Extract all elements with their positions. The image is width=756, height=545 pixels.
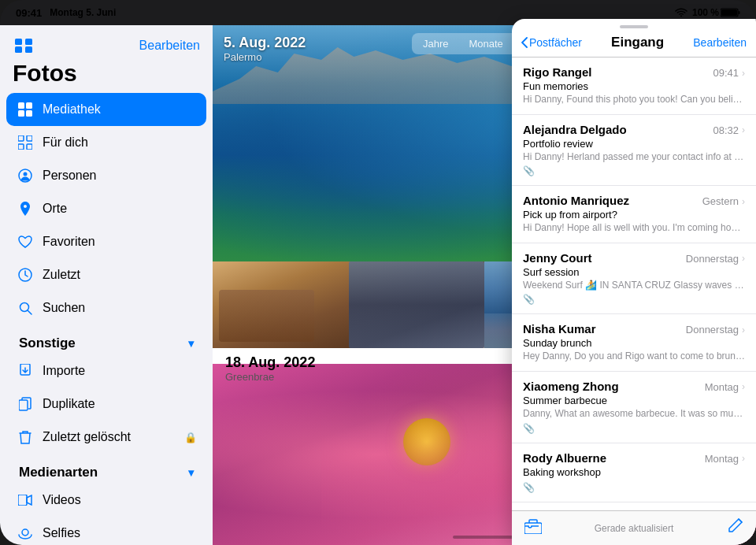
status-time: 09:41 (16, 7, 42, 19)
sidebar-header: Bearbeiten (0, 25, 213, 60)
sidebar-item-zuletzt-geloescht[interactable]: Zuletzt gelöscht 🔒 (6, 421, 206, 454)
mail-chevron-0: › (742, 68, 745, 79)
photo-rock-left[interactable] (213, 261, 484, 348)
mail-preview-2: Hi Danny! Hope all is well with you. I'm… (523, 222, 745, 235)
sonstige-title: Sonstige (19, 336, 76, 351)
sidebar-item-fuer-dich[interactable]: Für dich (6, 126, 206, 159)
mail-item-0[interactable]: Rigo Rangel 09:41 › Fun memories Hi Dann… (512, 57, 756, 115)
sidebar-item-duplikate[interactable]: Duplikate (6, 387, 206, 421)
mail-chevron-5: › (742, 381, 745, 392)
sidebar-item-orte[interactable]: Orte (6, 192, 206, 225)
search-icon (16, 298, 35, 317)
svg-rect-2 (721, 9, 737, 16)
mail-item-6[interactable]: Rody Albuerne Montag › Baking workshop 📎 (512, 443, 756, 502)
mail-subject-4: Sunday brunch (523, 337, 745, 349)
mail-subject-2: Pick up from airport? (523, 209, 745, 221)
mail-sender-1: Alejandra Delgado (523, 123, 627, 136)
copy-icon (16, 395, 35, 413)
attachment-icon-6: 📎 (523, 482, 535, 493)
svg-rect-23 (18, 495, 27, 506)
svg-rect-7 (25, 46, 32, 53)
star-grid-icon (16, 133, 35, 152)
sonstige-chevron-icon: ▾ (188, 337, 194, 350)
mail-chevron-4: › (742, 324, 745, 336)
battery-icon: 100 % (692, 7, 740, 18)
mail-item-4[interactable]: Nisha Kumar Donnerstag › Sunday brunch H… (512, 314, 756, 372)
mail-header: Postfächer Eingang Bearbeiten (512, 32, 756, 57)
mail-edit-button[interactable]: Bearbeiten (693, 36, 747, 49)
status-bar: 09:41 Montag 5. Juni 100 % (0, 0, 756, 25)
import-icon (16, 361, 35, 380)
mail-time-0: 09:41 › (713, 67, 745, 79)
svg-rect-10 (18, 110, 24, 117)
mail-overlay: Postfächer Eingang Bearbeiten Rigo Range… (512, 19, 756, 545)
sidebar-item-suchen[interactable]: Suchen (6, 291, 206, 324)
mail-preview-3: Weekend Surf 🏄 IN SANTA CRUZ Glassy wave… (523, 280, 745, 292)
svg-rect-5 (25, 39, 32, 45)
mail-back-label: Postfächer (529, 36, 582, 49)
sonstige-section-header[interactable]: Sonstige ▾ (6, 324, 206, 354)
mail-sender-2: Antonio Manriquez (523, 194, 629, 207)
status-date: Montag 5. Juni (50, 7, 116, 18)
section2-date: 18. Aug. 2022 (225, 354, 315, 371)
mail-item-5[interactable]: Xiaomeng Zhong Montag › Summer barbecue … (512, 372, 756, 443)
svg-point-0 (680, 15, 682, 17)
mail-sender-3: Jenny Court (523, 251, 592, 265)
sidebar-item-personen[interactable]: Personen (6, 159, 206, 192)
selfies-icon (16, 524, 35, 543)
mail-subject-6: Baking workshop (523, 466, 745, 478)
mail-time-5: Montag › (705, 381, 745, 393)
mail-item-3[interactable]: Jenny Court Donnerstag › Surf session We… (512, 243, 756, 315)
mediathek-label: Mediathek (43, 102, 101, 117)
sidebar: Bearbeiten Fotos Mediathek Für dich (0, 25, 213, 545)
svg-rect-6 (15, 46, 22, 53)
sidebar-item-videos[interactable]: Videos (6, 484, 206, 517)
svg-rect-9 (26, 102, 32, 109)
sidebar-item-mediathek[interactable]: Mediathek (6, 93, 206, 126)
sidebar-item-importe[interactable]: Importe (6, 354, 206, 387)
lock-icon: 🔒 (184, 432, 197, 443)
section2-header: 18. Aug. 2022 Greenbrae (213, 348, 328, 386)
sidebar-edit-button[interactable]: Bearbeiten (139, 39, 200, 53)
wifi-icon (675, 7, 687, 19)
svg-rect-22 (19, 400, 28, 410)
mail-back-button[interactable]: Postfächer (521, 36, 582, 49)
svg-rect-8 (18, 102, 24, 109)
sidebar-toggle-icon[interactable] (13, 35, 35, 57)
mail-preview-4: Hey Danny, Do you and Rigo want to come … (523, 350, 745, 363)
suchen-label: Suchen (43, 301, 85, 315)
mail-footer: Gerade aktualisiert (512, 510, 756, 545)
seg-jahre[interactable]: Jahre (413, 35, 458, 53)
sidebar-item-favoriten[interactable]: Favoriten (6, 225, 206, 258)
mail-item-2[interactable]: Antonio Manriquez Gestern › Pick up from… (512, 186, 756, 243)
medienarten-section-header[interactable]: Medienarten ▾ (6, 454, 206, 484)
mail-item-1[interactable]: Alejandra Delgado 08:32 › Portfolio revi… (512, 115, 756, 187)
section1-location: Palermo (224, 51, 306, 63)
mail-status-text: Gerade aktualisiert (542, 523, 726, 534)
mail-sender-0: Rigo Rangel (523, 65, 592, 79)
medienarten-chevron-icon: ▾ (188, 466, 194, 479)
mail-chevron-6: › (742, 453, 745, 464)
mailboxes-icon[interactable] (524, 518, 542, 538)
svg-rect-15 (27, 144, 32, 150)
zuletzt-label: Zuletzt (43, 268, 80, 282)
mail-subject-5: Summer barbecue (523, 395, 745, 406)
clock-icon (16, 265, 35, 284)
mail-chevron-2: › (742, 196, 745, 207)
importe-label: Importe (43, 364, 85, 378)
mail-compose-button[interactable] (726, 517, 743, 539)
mail-sender-5: Xiaomeng Zhong (523, 380, 619, 393)
status-right: 100 % (675, 7, 740, 19)
fuer-dich-label: Für dich (43, 135, 88, 150)
mail-time-3: Donnerstag › (686, 253, 745, 265)
sidebar-item-zuletzt[interactable]: Zuletzt (6, 258, 206, 291)
mail-list: Rigo Rangel 09:41 › Fun memories Hi Dann… (512, 57, 756, 510)
mail-time-2: Gestern › (702, 195, 745, 207)
medienarten-title: Medienarten (19, 465, 98, 480)
svg-rect-13 (27, 135, 32, 141)
seg-monate[interactable]: Monate (459, 35, 512, 53)
map-pin-icon (16, 199, 35, 218)
mail-preview-0: Hi Danny, Found this photo you took! Can… (523, 94, 745, 106)
sidebar-item-selfies[interactable]: Selfies (6, 517, 206, 545)
video-icon (16, 491, 35, 510)
